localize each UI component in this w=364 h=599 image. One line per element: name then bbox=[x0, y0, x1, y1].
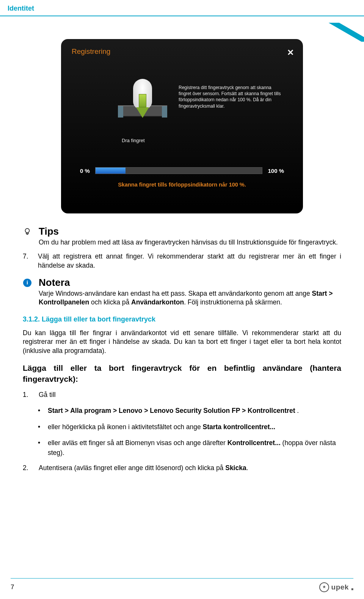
note-bold2: Användarkonton bbox=[131, 298, 184, 306]
sub-a-text: Start > Alla program > Lenovo > Lenovo S… bbox=[48, 406, 299, 416]
bullet-icon: • bbox=[38, 406, 42, 416]
list-item-1: 1. Gå till bbox=[23, 390, 341, 400]
header-title: Identitet bbox=[8, 5, 356, 13]
section-heading: 3.1.2. Lägga till eller ta bort fingerav… bbox=[23, 315, 341, 323]
sub-a-bold: Start > Alla program > Lenovo > Lenovo S… bbox=[48, 407, 295, 414]
sub-b-text: eller högerklicka på ikonen i aktivitets… bbox=[48, 422, 275, 432]
sub-c-pre: eller avläs ett finger så att Biomenyn v… bbox=[48, 439, 228, 447]
svg-point-0 bbox=[25, 229, 30, 233]
corner-accent bbox=[328, 23, 364, 42]
screenshot-caption: Skanna fingret tills förloppsindikatorn … bbox=[61, 182, 303, 188]
screenshot-title: Registrering bbox=[72, 47, 110, 56]
list-2-suf: . bbox=[246, 464, 248, 472]
pct-left: 0 % bbox=[80, 168, 90, 174]
list-item-2: 2. Autentisera (avläs fingret eller ange… bbox=[23, 463, 341, 473]
sub-c-text: eller avläs ett finger så att Biomenyn v… bbox=[48, 438, 341, 458]
sub-a-suf: . bbox=[295, 407, 299, 414]
enrollment-screenshot: Registrering ✕ Registrera ditt fingeravt… bbox=[61, 39, 303, 213]
sub-b-pre: eller högerklicka på ikonen i aktivitets… bbox=[48, 423, 203, 431]
upek-logo: upek ■ bbox=[319, 582, 353, 592]
drag-label: Dra fingret bbox=[122, 138, 145, 143]
logo-text: upek bbox=[331, 583, 349, 591]
tips-title: Tips bbox=[39, 226, 341, 237]
page-header: Identitet bbox=[0, 0, 364, 16]
note-title: Notera bbox=[39, 277, 341, 289]
page-footer: 7 upek ■ bbox=[0, 578, 364, 592]
note-text: Varje Windows-användare kan endast ha et… bbox=[39, 289, 341, 307]
info-icon: i bbox=[23, 278, 32, 287]
subheading: Lägga till eller ta bort fingeravtryck f… bbox=[23, 363, 341, 384]
page-number: 7 bbox=[11, 583, 14, 591]
close-icon[interactable]: ✕ bbox=[287, 48, 294, 58]
list-2-bold: Skicka bbox=[225, 464, 246, 472]
note-pre: Varje Windows-användare kan endast ha et… bbox=[39, 290, 312, 297]
sub-item-b: • eller högerklicka på ikonen i aktivite… bbox=[38, 422, 341, 432]
note-mid1: och klicka på bbox=[89, 298, 131, 306]
list-2-pre: Autentisera (avläs fingret eller ange di… bbox=[39, 464, 225, 472]
step-7: 7. Välj att registrera ett annat finger.… bbox=[23, 252, 341, 270]
arrow-down-icon bbox=[136, 94, 149, 121]
bullet-icon: • bbox=[38, 422, 42, 432]
logo-mark-icon bbox=[319, 582, 329, 592]
lightbulb-icon bbox=[23, 227, 32, 236]
sub-item-a: • Start > Alla program > Lenovo > Lenovo… bbox=[38, 406, 341, 416]
sub-item-c: • eller avläs ett finger så att Biomenyn… bbox=[38, 438, 341, 458]
note-callout: i Notera Varje Windows-användare kan end… bbox=[23, 277, 341, 307]
sub-b-bold: Starta kontrollcentret... bbox=[203, 423, 276, 431]
logo-dot: ■ bbox=[351, 587, 353, 591]
sub-c-bold: Kontrollcentret... bbox=[228, 439, 281, 447]
list-1-num: 1. bbox=[23, 390, 32, 400]
finger-graphic bbox=[126, 83, 160, 140]
step-7-text: Välj att registrera ett annat finger. Vi… bbox=[38, 252, 341, 270]
progress-fill bbox=[96, 168, 126, 174]
progress-bar bbox=[95, 167, 263, 174]
paragraph-1: Du kan lägga till fler fingrar i använda… bbox=[23, 329, 341, 356]
list-2-num: 2. bbox=[23, 463, 32, 473]
tips-callout: Tips Om du har problem med att läsa av f… bbox=[23, 226, 341, 247]
screenshot-instruction: Registrera ditt fingeravtryck genom att … bbox=[179, 85, 285, 109]
bullet-icon: • bbox=[38, 438, 42, 458]
step-7-num: 7. bbox=[23, 252, 33, 270]
note-suffix: . Följ instruktionerna på skärmen. bbox=[184, 298, 282, 306]
progress-row: 0 % 100 % bbox=[80, 167, 284, 174]
tips-text: Om du har problem med att läsa av finger… bbox=[39, 238, 341, 247]
pct-right: 100 % bbox=[268, 168, 284, 174]
list-2-text: Autentisera (avläs fingret eller ange di… bbox=[39, 463, 248, 473]
list-1-text: Gå till bbox=[39, 390, 56, 400]
